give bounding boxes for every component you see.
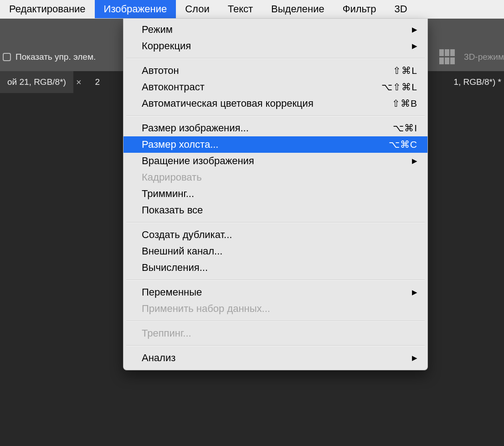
menu-image[interactable]: Изображение	[95, 0, 176, 18]
document-tab[interactable]: ой 21, RGB/8*)	[0, 71, 73, 93]
menu-item[interactable]: Переменные▶	[123, 284, 427, 301]
menu-item[interactable]: Вычисления...	[123, 259, 427, 276]
menu-item: Применить набор данных...	[123, 301, 427, 317]
menu-item-shortcut: ⌥⌘C	[389, 139, 417, 150]
menubar: Редактирование Изображение Слои Текст Вы…	[0, 0, 504, 19]
menu-item-label: Вращение изображения	[142, 155, 412, 167]
menu-separator	[123, 276, 427, 284]
menu-selection[interactable]: Выделение	[262, 0, 334, 18]
menu-item-label: Показать все	[142, 204, 417, 216]
menu-item[interactable]: Вращение изображения▶	[123, 153, 427, 169]
menu-item-label: Автотон	[142, 65, 393, 77]
3d-mode-label: 3D-режим	[464, 52, 504, 62]
menu-item-label: Автоконтраст	[142, 81, 381, 93]
menu-item-label: Треппинг...	[142, 327, 417, 339]
menu-edit[interactable]: Редактирование	[0, 0, 95, 18]
menu-item-label: Размер холста...	[142, 139, 389, 150]
menu-item: Кадрировать	[123, 169, 427, 186]
menu-item-shortcut: ⇧⌘L	[393, 65, 417, 76]
menu-separator	[123, 317, 427, 325]
menu-item-label: Автоматическая цветовая коррекция	[142, 98, 392, 109]
document-tab[interactable]: 1, RGB/8*) *	[447, 71, 504, 93]
document-tab[interactable]: 2	[88, 71, 108, 93]
tab-title-fragment: ой 21, RGB/8*)	[7, 77, 66, 87]
menu-item-label: Создать дубликат...	[142, 229, 417, 241]
menu-text[interactable]: Текст	[219, 0, 262, 18]
menu-item-label: Переменные	[142, 286, 412, 298]
menu-separator	[123, 112, 427, 120]
menu-item[interactable]: Создать дубликат...	[123, 227, 427, 243]
menu-layers[interactable]: Слои	[176, 0, 219, 18]
menu-3d[interactable]: 3D	[386, 0, 417, 18]
menu-item-label: Анализ	[142, 352, 412, 364]
menu-item: Треппинг...	[123, 325, 427, 342]
show-controls-label: Показать упр. элем.	[15, 52, 96, 62]
menu-item[interactable]: Коррекция▶	[123, 38, 427, 54]
menu-item-shortcut: ⇧⌘B	[392, 98, 417, 109]
menu-item-label: Размер изображения...	[142, 122, 393, 134]
tab-close-icon[interactable]: ×	[73, 71, 86, 93]
menu-item-label: Внешний канал...	[142, 245, 417, 257]
menu-item-label: Применить набор данных...	[142, 303, 417, 315]
submenu-arrow-icon: ▶	[412, 42, 417, 50]
menu-item[interactable]: Показать все	[123, 202, 427, 218]
menu-item-shortcut: ⌥⇧⌘L	[381, 82, 417, 93]
menu-item[interactable]: Тримминг...	[123, 186, 427, 202]
layout-grid-icon[interactable]	[439, 49, 455, 65]
menu-separator	[123, 342, 427, 350]
menu-separator	[123, 218, 427, 227]
image-menu-dropdown: Режим▶Коррекция▶Автотон⇧⌘LАвтоконтраст⌥⇧…	[123, 19, 428, 370]
menu-item-label: Вычисления...	[142, 262, 417, 274]
menu-item-label: Режим	[142, 24, 412, 36]
tab-title-fragment: 2	[95, 77, 100, 87]
menu-filter[interactable]: Фильтр	[334, 0, 386, 18]
submenu-arrow-icon: ▶	[412, 288, 417, 296]
menu-item[interactable]: Анализ▶	[123, 350, 427, 366]
menu-item[interactable]: Автоматическая цветовая коррекция⇧⌘B	[123, 95, 427, 112]
menu-separator	[123, 54, 427, 62]
submenu-arrow-icon: ▶	[412, 157, 417, 165]
menu-item[interactable]: Автоконтраст⌥⇧⌘L	[123, 79, 427, 95]
submenu-arrow-icon: ▶	[412, 354, 417, 362]
submenu-arrow-icon: ▶	[412, 26, 417, 34]
show-controls-checkbox[interactable]	[3, 53, 11, 61]
menu-item-label: Кадрировать	[142, 171, 417, 183]
menu-item-label: Тримминг...	[142, 188, 417, 200]
menu-item[interactable]: Размер изображения...⌥⌘I	[123, 120, 427, 136]
menu-item[interactable]: Размер холста...⌥⌘C	[123, 136, 427, 153]
menu-item-label: Коррекция	[142, 40, 412, 52]
tab-title-fragment: 1, RGB/8*) *	[453, 77, 501, 87]
menu-item-shortcut: ⌥⌘I	[393, 123, 417, 134]
menu-item[interactable]: Внешний канал...	[123, 243, 427, 259]
menu-item[interactable]: Автотон⇧⌘L	[123, 62, 427, 79]
menu-item[interactable]: Режим▶	[123, 21, 427, 38]
